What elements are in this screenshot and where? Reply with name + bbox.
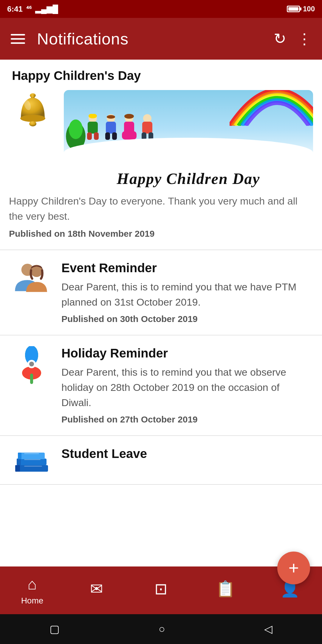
image-icon: ⊡ — [154, 580, 168, 598]
student-leave-title: Student Leave — [61, 447, 311, 461]
white-cloud — [64, 138, 313, 168]
app-bar: Notifications ↻ ⋮ — [0, 18, 322, 60]
svg-point-22 — [143, 114, 151, 123]
notifications-list: Happy Children's Day — [0, 60, 322, 566]
network-icon: ⁴⁶ — [26, 5, 32, 13]
fab-plus-icon: + — [288, 559, 299, 577]
svg-rect-12 — [94, 132, 99, 140]
book-stack-icon — [14, 447, 49, 473]
more-options-button[interactable]: ⋮ — [297, 30, 311, 47]
svg-rect-21 — [122, 131, 137, 140]
people-icon — [12, 261, 51, 294]
svg-point-14 — [107, 115, 115, 119]
svg-point-7 — [69, 120, 83, 139]
children-figures — [85, 114, 156, 141]
happy-children-day-banner-text: Happy Children Day — [64, 170, 313, 188]
notification-card-children-day[interactable]: Happy Children's Day — [0, 60, 322, 250]
battery-label: 100 — [303, 5, 315, 13]
svg-rect-10 — [88, 122, 98, 134]
svg-rect-23 — [142, 122, 152, 134]
notification-card-holiday-reminder[interactable]: Holiday Reminder Dear Parent, this is to… — [0, 335, 322, 436]
recent-apps-button[interactable]: ▢ — [49, 623, 60, 635]
children-day-date: Published on 18th November 2019 — [9, 229, 313, 239]
mail-icon: ✉ — [90, 580, 103, 598]
back-button[interactable]: ◁ — [264, 623, 273, 635]
svg-point-33 — [29, 362, 34, 366]
svg-point-19 — [124, 114, 134, 119]
holiday-reminder-content: Holiday Reminder Dear Parent, this is to… — [61, 346, 311, 425]
flower-icon — [14, 346, 49, 385]
svg-rect-34 — [30, 374, 33, 384]
refresh-button[interactable]: ↻ — [274, 30, 286, 47]
children-day-title: Happy Children's Day — [12, 69, 313, 83]
bell-icon — [13, 90, 52, 132]
status-bar-left: 6:41 ⁴⁶ ▂▄▆█ — [7, 4, 58, 14]
svg-rect-17 — [112, 132, 117, 140]
student-leave-icon-container — [11, 447, 52, 473]
child-figure-4 — [139, 114, 156, 141]
event-reminder-content: Event Reminder Dear Parent, this is to r… — [61, 261, 311, 324]
nav-label-home: Home — [21, 596, 44, 606]
svg-point-3 — [29, 121, 36, 126]
status-bar-right: 100 — [287, 5, 315, 13]
signal-icon: ▂▄▆█ — [35, 4, 58, 14]
home-button[interactable]: ○ — [159, 623, 165, 635]
notification-card-student-leave[interactable]: Student Leave — [0, 436, 322, 485]
status-time: 6:41 — [7, 4, 23, 14]
svg-rect-15 — [106, 122, 116, 134]
children-day-banner — [64, 90, 313, 168]
child-figure-2 — [103, 114, 119, 141]
bell-icon-container — [9, 90, 57, 132]
app-bar-actions: ↻ ⋮ — [274, 30, 311, 47]
svg-rect-36 — [15, 465, 20, 472]
svg-rect-11 — [87, 132, 92, 140]
holiday-reminder-icon-container — [11, 346, 52, 385]
event-reminder-date: Published on 30th October 2019 — [61, 314, 311, 324]
svg-rect-16 — [105, 132, 110, 140]
notification-card-event-reminder[interactable]: Event Reminder Dear Parent, this is to r… — [0, 250, 322, 335]
home-icon: ⌂ — [27, 575, 37, 593]
svg-point-2 — [20, 115, 45, 122]
rainbow-arc — [230, 90, 313, 126]
svg-rect-41 — [24, 466, 42, 467]
page-title: Notifications — [37, 30, 274, 48]
child-figure-3 — [121, 114, 137, 141]
svg-rect-43 — [24, 453, 39, 454]
battery-icon — [287, 6, 300, 12]
event-reminder-description: Dear Parent, this is to remind you that … — [61, 279, 311, 310]
children-day-description: Happy Children's Day to everyone. Thank … — [9, 193, 313, 224]
holiday-reminder-title: Holiday Reminder — [61, 346, 311, 360]
book-icon: 📋 — [216, 580, 235, 598]
holiday-reminder-description: Dear Parent, this is to remind you that … — [61, 365, 311, 410]
svg-rect-40 — [18, 453, 21, 459]
nav-item-gallery[interactable]: ⊡ — [129, 580, 193, 601]
children-day-image-area: Happy Children Day — [64, 90, 313, 188]
menu-button[interactable] — [11, 34, 25, 44]
event-reminder-title: Event Reminder — [61, 261, 311, 275]
children-day-content: Happy Children Day — [9, 90, 313, 188]
nav-item-messages[interactable]: ✉ — [64, 580, 129, 601]
add-notification-fab[interactable]: + — [277, 552, 310, 584]
svg-rect-38 — [17, 459, 21, 465]
svg-rect-42 — [24, 459, 41, 460]
holiday-reminder-date: Published on 27th October 2019 — [61, 414, 311, 425]
android-nav-bar: ▢ ○ ◁ — [0, 614, 322, 644]
nav-item-home[interactable]: ⌂ Home — [0, 575, 64, 606]
nav-item-profile[interactable]: 📋 — [193, 580, 258, 601]
status-bar: 6:41 ⁴⁶ ▂▄▆█ 100 — [0, 0, 322, 18]
event-reminder-icon-container — [11, 261, 52, 294]
child-figure-1 — [85, 114, 101, 141]
student-leave-content: Student Leave — [61, 447, 311, 465]
bottom-navigation: ⌂ Home ✉ ⊡ 📋 👤 — [0, 566, 322, 614]
